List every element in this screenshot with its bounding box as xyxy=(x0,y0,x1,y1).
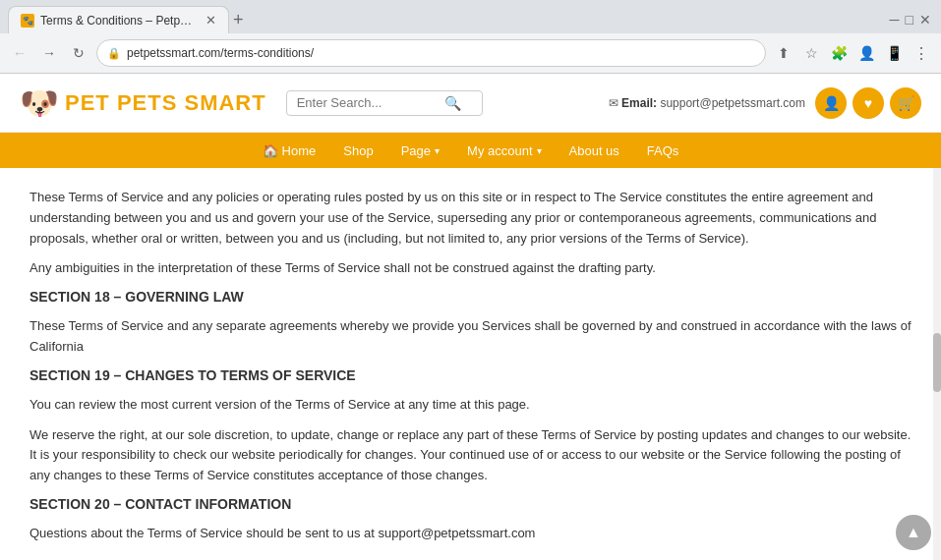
cart-button[interactable]: 🛒 xyxy=(890,87,921,119)
browser-chrome: 🐾 Terms & Conditions – Petpetss ✕ + ─ □ … xyxy=(0,0,941,74)
close-button[interactable]: ✕ xyxy=(919,12,931,28)
nav-home-label: Home xyxy=(282,143,317,158)
nav-faqs-label: FAQs xyxy=(647,143,679,158)
browser-nav-bar: ← → ↻ 🔒 petpetssmart.com/terms-condition… xyxy=(0,33,941,73)
scrollbar-track[interactable] xyxy=(933,168,941,560)
ambiguity-paragraph: Any ambiguities in the interpretation of… xyxy=(29,258,912,279)
browser-actions: ⬆ ☆ 🧩 👤 📱 ⋮ xyxy=(772,41,933,65)
tablet-icon[interactable]: 📱 xyxy=(882,41,906,65)
nav-shop[interactable]: Shop xyxy=(329,133,386,168)
reload-button[interactable]: ↻ xyxy=(67,41,90,65)
intro-paragraph: These Terms of Service and any policies … xyxy=(29,188,912,249)
search-button[interactable]: 🔍 xyxy=(444,95,461,111)
page-dropdown-icon: ▾ xyxy=(435,145,440,156)
home-icon: 🏠 xyxy=(263,143,278,158)
maximize-button[interactable]: □ xyxy=(906,12,913,28)
nav-page[interactable]: Page ▾ xyxy=(387,133,453,168)
nav-about-us[interactable]: About us xyxy=(556,133,633,168)
url-text: petpetssmart.com/terms-conditions/ xyxy=(127,46,314,60)
search-input[interactable] xyxy=(297,95,444,110)
bookmark-icon[interactable]: ☆ xyxy=(799,41,823,65)
forward-button[interactable]: → xyxy=(37,41,61,65)
new-tab-button[interactable]: + xyxy=(233,10,244,30)
nav-faqs[interactable]: FAQs xyxy=(633,133,693,168)
share-icon[interactable]: ⬆ xyxy=(772,41,795,65)
nav-my-account-label: My account xyxy=(467,143,532,158)
section-18-text: These Terms of Service and any separate … xyxy=(29,316,912,358)
email-address: support@petpetssmart.com xyxy=(660,96,805,110)
menu-icon[interactable]: ⋮ xyxy=(910,41,933,65)
active-tab[interactable]: 🐾 Terms & Conditions – Petpetss ✕ xyxy=(8,6,229,33)
tab-title: Terms & Conditions – Petpetss xyxy=(40,14,198,28)
scroll-to-top-button[interactable]: ▲ xyxy=(896,515,931,550)
section-19-heading: SECTION 19 – CHANGES TO TERMS OF SERVICE xyxy=(29,367,912,383)
tab-bar: 🐾 Terms & Conditions – Petpetss ✕ + ─ □ … xyxy=(0,0,941,33)
email-info: ✉ Email: support@petpetssmart.com xyxy=(609,96,805,110)
section-19-text2: We reserve the right, at our sole discre… xyxy=(29,425,912,486)
site-header: 🐶 PET PETS SMART 🔍 ✉ Email: support@petp… xyxy=(0,74,941,133)
search-bar: 🔍 xyxy=(286,90,483,116)
section-20-heading: SECTION 20 – CONTACT INFORMATION xyxy=(29,496,912,512)
nav-my-account[interactable]: My account ▾ xyxy=(453,133,555,168)
profile-icon[interactable]: 👤 xyxy=(854,41,878,65)
nav-shop-label: Shop xyxy=(343,143,373,158)
nav-about-us-label: About us xyxy=(569,143,619,158)
extension-icon[interactable]: 🧩 xyxy=(827,41,851,65)
main-content: These Terms of Service and any policies … xyxy=(0,168,941,560)
address-bar[interactable]: 🔒 petpetssmart.com/terms-conditions/ xyxy=(96,39,766,67)
email-label: Email: xyxy=(621,96,657,110)
email-icon: ✉ xyxy=(609,96,618,110)
tab-close-button[interactable]: ✕ xyxy=(206,13,216,28)
section-18-heading: SECTION 18 – GOVERNING LAW xyxy=(29,289,912,305)
logo-text: PET PETS SMART xyxy=(65,90,266,116)
user-account-button[interactable]: 👤 xyxy=(815,87,847,119)
wishlist-button[interactable]: ♥ xyxy=(853,87,884,119)
section-19-text1: You can review the most current version … xyxy=(29,395,912,416)
account-dropdown-icon: ▾ xyxy=(537,145,542,156)
header-right: ✉ Email: support@petpetssmart.com 👤 ♥ 🛒 xyxy=(609,87,921,119)
minimize-button[interactable]: ─ xyxy=(890,12,900,28)
header-icons: 👤 ♥ 🛒 xyxy=(815,87,921,119)
nav-home[interactable]: 🏠 Home xyxy=(249,133,330,168)
site-logo[interactable]: 🐶 PET PETS SMART xyxy=(20,84,266,122)
main-navigation: 🏠 Home Shop Page ▾ My account ▾ About us… xyxy=(0,133,941,168)
back-button[interactable]: ← xyxy=(8,41,31,65)
scrollbar-thumb[interactable] xyxy=(933,333,941,392)
section-20-text: Questions about the Terms of Service sho… xyxy=(29,524,912,544)
tab-favicon: 🐾 xyxy=(21,14,34,28)
logo-pet-icon: 🐶 xyxy=(20,84,59,122)
lock-icon: 🔒 xyxy=(107,47,121,60)
nav-page-label: Page xyxy=(401,143,431,158)
